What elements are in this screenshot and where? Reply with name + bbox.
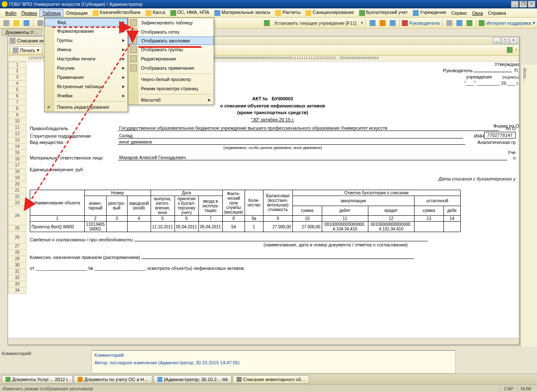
app-title: ГОБУ ВПО Университет искусств (Субсидия)… bbox=[9, 2, 143, 7]
tb-cut[interactable] bbox=[36, 18, 45, 28]
approval-block: Утверждаю Руководитель П. учреждения (по… bbox=[443, 62, 519, 130]
header-icon bbox=[130, 37, 137, 44]
leader-link[interactable]: Руководителю bbox=[402, 20, 440, 26]
menu-help[interactable]: Справка bbox=[485, 10, 508, 16]
table-row: Проектор BenQ W600 11013405 00001 11.10.… bbox=[30, 222, 461, 232]
view-bw[interactable]: Черно-белый просмотр bbox=[128, 75, 214, 84]
doc-title: Списание ин bbox=[17, 38, 44, 43]
comment-panel: Комментарий: Автор; последнее изменение … bbox=[91, 350, 456, 374]
data-table: Наименование объекта Номер Дата Факти-че… bbox=[30, 190, 461, 232]
globe-icon bbox=[479, 20, 485, 26]
tb-ic3[interactable] bbox=[388, 18, 397, 28]
comment-author: Автор; последнее изменение (Администрато… bbox=[94, 360, 453, 365]
menu-windows[interactable]: Окна bbox=[469, 10, 485, 16]
doc-close[interactable]: × bbox=[510, 37, 517, 44]
tb-open[interactable] bbox=[12, 18, 21, 28]
menu-notes[interactable]: Примечания▶ bbox=[44, 73, 128, 82]
menu-institution[interactable]: Учреждение bbox=[410, 9, 449, 16]
doc-hscroll[interactable] bbox=[8, 338, 519, 345]
tab-admin[interactable]: [Администратор; 30.10.2…:44 bbox=[154, 375, 232, 384]
status-text: Изменить режим отображения заголовков bbox=[3, 386, 93, 391]
minimize-button[interactable]: _ bbox=[511, 1, 519, 8]
side-panel[interactable]: Испо… bbox=[520, 65, 537, 347]
menu-treasury[interactable]: Казначейство/Банк bbox=[90, 9, 143, 16]
menu-file[interactable]: Файл bbox=[3, 10, 19, 16]
menu-accounting[interactable]: Бухгалтерский учет bbox=[357, 9, 410, 16]
view-show-notes[interactable]: Отображать примечания bbox=[128, 63, 214, 73]
row-numbers: 12345678910 11121314151617181920 2122232… bbox=[8, 62, 26, 294]
printer-icon bbox=[13, 47, 18, 53]
tb-save[interactable] bbox=[22, 18, 31, 28]
doc-maximize[interactable]: □ bbox=[501, 37, 509, 44]
view-show-headers[interactable]: Отображать заголовки bbox=[128, 37, 214, 45]
menu-print-settings[interactable]: Настройки печати▶ bbox=[44, 54, 128, 63]
menu-materials[interactable]: Материальные запасы bbox=[212, 9, 273, 16]
status-cap: CAP bbox=[500, 386, 517, 391]
restore-button[interactable]: ❐ bbox=[519, 1, 527, 8]
doc-icon bbox=[10, 38, 16, 44]
dropdown-table[interactable]: Вид▶ Форматирование▶ Группы▶ Имена▶ Наст… bbox=[44, 18, 128, 112]
window-taskbar: Документы Услуг… 2012 г. Документы по уч… bbox=[0, 374, 537, 384]
menu-sanction[interactable]: Санкционирование bbox=[303, 9, 356, 16]
tb-ic2[interactable] bbox=[378, 18, 387, 28]
edit-icon bbox=[130, 55, 137, 62]
inn-value: 7702778147 bbox=[484, 132, 516, 139]
act-fields: ПравообладательГосударственное образоват… bbox=[30, 125, 516, 181]
tab-docs-2012[interactable]: Документы Услуг… 2012 г. bbox=[2, 375, 73, 384]
menu-service[interactable]: Сервис bbox=[449, 10, 470, 16]
menu-table[interactable]: Таблица bbox=[39, 9, 63, 17]
doc-minimize[interactable]: _ bbox=[493, 37, 501, 44]
footer-ot: от ____________________ № ______________… bbox=[30, 266, 516, 271]
menu-groups[interactable]: Группы▶ bbox=[44, 36, 128, 45]
view-fix-table[interactable]: Зафиксировать таблицу bbox=[128, 18, 214, 27]
view-page-mode[interactable]: Режим просмотра страниц bbox=[128, 84, 214, 93]
close-button[interactable]: × bbox=[528, 1, 535, 8]
menu-edit[interactable]: Правка bbox=[19, 10, 39, 16]
tb-ic5[interactable] bbox=[455, 18, 464, 28]
support-link[interactable]: Интернет-поддержка ▾ bbox=[479, 20, 535, 26]
dropdown-view[interactable]: Зафиксировать таблицу Отображать сетку О… bbox=[128, 18, 214, 105]
menu-pictures[interactable]: Рисунки▶ bbox=[44, 63, 128, 73]
footer-sved: Сведения о согласовании / при необходимо… bbox=[30, 237, 516, 242]
menu-view[interactable]: Вид▶ bbox=[44, 18, 128, 26]
comment-label-inner: Комментарий: bbox=[94, 353, 453, 358]
view-editing[interactable]: Редактирование bbox=[128, 54, 214, 63]
status-num: NUM bbox=[517, 386, 534, 391]
menu-formatting[interactable]: Форматирование▶ bbox=[44, 26, 128, 36]
app-titlebar: ГОБУ ВПО Университет искусств (Субсидия)… bbox=[0, 0, 537, 8]
view-show-groups[interactable]: Отображать группы bbox=[128, 45, 214, 54]
menu-assets[interactable]: ОС, НМА, НПА bbox=[168, 9, 212, 16]
app-icon bbox=[2, 1, 8, 7]
menu-embedded-tables[interactable]: Встроенные таблицы▶ bbox=[44, 82, 128, 91]
tb-ic1[interactable] bbox=[368, 18, 377, 28]
view-show-grid[interactable]: Отображать сетку bbox=[128, 27, 214, 37]
doc-tb-1[interactable] bbox=[507, 47, 513, 54]
group-icon bbox=[130, 46, 137, 53]
menu-cells[interactable]: Ячейки▶ bbox=[44, 91, 128, 100]
main-menubar[interactable]: Файл Правка Таблица Операции Казначейств… bbox=[0, 8, 537, 18]
footer-komiss: Комиссия, назначенная приказом (распоряж… bbox=[30, 255, 516, 260]
statusbar: Изменить режим отображения заголовков CA… bbox=[0, 384, 537, 392]
doc-tb-help[interactable]: ? bbox=[514, 48, 517, 53]
menu-calc[interactable]: Расчеты bbox=[273, 9, 303, 16]
menu-cash[interactable]: Касса bbox=[143, 9, 168, 16]
person-icon bbox=[402, 20, 408, 26]
institution-icon bbox=[264, 20, 270, 26]
tab-writeoff[interactable]: Списание инвентарного об… bbox=[233, 375, 310, 384]
grid-icon bbox=[130, 29, 137, 35]
tab-docs-os[interactable]: Документы по учету ОС и Н… bbox=[74, 375, 152, 384]
tb-new[interactable] bbox=[2, 18, 11, 28]
menu-edit-panel[interactable]: ✔Панель редактирования bbox=[44, 102, 128, 112]
tb-ic6[interactable] bbox=[465, 18, 474, 28]
print-button[interactable]: Печать ▾ bbox=[10, 46, 42, 55]
set-institution[interactable]: Установить текущее учреждение [F11] bbox=[271, 19, 360, 27]
note-icon bbox=[130, 65, 137, 71]
view-zoom[interactable]: Масштаб▶ bbox=[128, 95, 214, 105]
grid-icon bbox=[130, 19, 137, 26]
tb-ic4[interactable] bbox=[445, 18, 454, 28]
menu-operations[interactable]: Операции bbox=[63, 10, 90, 16]
comment-label-outer: Комментарий: bbox=[2, 351, 32, 356]
menu-names[interactable]: Имена▶ bbox=[44, 45, 128, 54]
bg-tab[interactable]: Документы У… bbox=[2, 29, 42, 36]
